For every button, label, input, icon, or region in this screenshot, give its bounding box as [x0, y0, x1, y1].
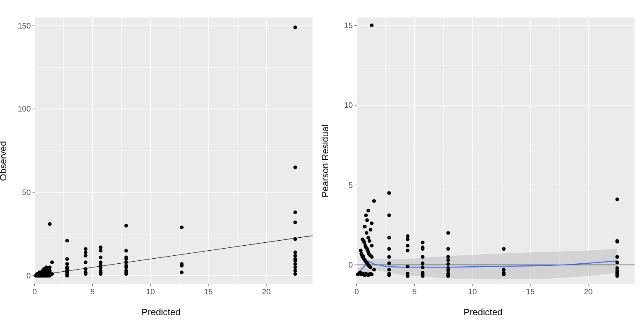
svg-point-95 [84, 270, 88, 274]
svg-point-132 [293, 237, 297, 241]
svg-rect-155 [357, 18, 635, 284]
svg-point-229 [370, 273, 374, 276]
svg-point-267 [447, 258, 450, 262]
svg-text:10: 10 [344, 101, 353, 109]
svg-point-118 [125, 249, 128, 253]
svg-point-103 [99, 269, 103, 273]
x-axis-title-left: Predicted [4, 307, 318, 318]
y-axis-title-left: Observed [0, 141, 9, 181]
svg-point-273 [502, 268, 506, 272]
svg-point-205 [365, 231, 369, 235]
svg-point-231 [370, 244, 374, 248]
chart-pair: Observed 05101520050100150 Predicted Pea… [0, 0, 644, 322]
svg-text:15: 15 [204, 287, 213, 296]
svg-point-109 [99, 246, 103, 249]
svg-point-234 [372, 268, 376, 272]
svg-point-133 [293, 221, 297, 224]
scatter-residual: 05101520051015 [326, 8, 640, 305]
svg-point-119 [125, 224, 128, 228]
svg-point-265 [447, 266, 450, 270]
svg-point-122 [180, 262, 184, 266]
svg-point-112 [125, 269, 128, 273]
svg-point-82 [48, 222, 52, 226]
svg-point-237 [387, 272, 391, 275]
svg-point-108 [99, 249, 103, 253]
svg-point-250 [406, 234, 410, 238]
svg-point-192 [362, 241, 366, 244]
svg-point-266 [447, 262, 450, 266]
svg-point-240 [387, 255, 391, 259]
svg-point-246 [406, 272, 410, 275]
svg-point-283 [615, 261, 619, 265]
svg-point-93 [65, 239, 69, 243]
svg-point-233 [370, 23, 374, 27]
svg-text:15: 15 [344, 21, 353, 30]
svg-point-114 [125, 264, 128, 267]
svg-point-130 [293, 254, 297, 257]
svg-point-209 [365, 218, 369, 222]
svg-point-96 [84, 267, 88, 271]
panel-residual-vs-predicted: Pearson Residual 05101520051015 Predicte… [322, 0, 644, 322]
svg-text:20: 20 [262, 287, 271, 296]
svg-point-272 [502, 271, 506, 275]
svg-point-238 [387, 268, 391, 272]
svg-point-235 [372, 199, 376, 203]
svg-point-286 [615, 239, 619, 243]
svg-point-228 [369, 228, 372, 232]
svg-point-232 [370, 221, 374, 225]
svg-point-274 [502, 247, 506, 251]
svg-point-125 [293, 269, 297, 273]
svg-text:15: 15 [526, 287, 535, 296]
svg-point-107 [99, 255, 103, 259]
svg-text:50: 50 [22, 188, 31, 197]
svg-point-216 [366, 236, 370, 240]
svg-point-248 [406, 249, 410, 252]
svg-text:10: 10 [146, 287, 155, 296]
svg-point-287 [615, 197, 619, 201]
panel-observed-vs-predicted: Observed 05101520050100150 Predicted [0, 0, 322, 322]
svg-point-259 [421, 241, 425, 244]
svg-point-202 [364, 213, 368, 217]
svg-point-227 [369, 265, 372, 269]
svg-point-100 [84, 247, 88, 251]
svg-point-217 [366, 209, 370, 213]
svg-point-80 [48, 269, 52, 273]
svg-point-244 [387, 191, 391, 195]
svg-point-269 [447, 247, 450, 251]
svg-point-127 [293, 262, 297, 266]
svg-point-251 [406, 244, 410, 248]
svg-point-230 [370, 255, 374, 259]
svg-point-284 [615, 255, 619, 259]
scatter-observed: 05101520050100150 [4, 8, 318, 305]
svg-text:0: 0 [355, 287, 359, 296]
svg-text:20: 20 [584, 287, 593, 296]
svg-point-98 [84, 254, 88, 257]
svg-point-120 [180, 270, 184, 274]
svg-point-123 [180, 226, 184, 229]
svg-point-268 [447, 255, 450, 259]
svg-point-129 [293, 257, 297, 261]
svg-point-239 [387, 261, 391, 265]
svg-point-126 [293, 265, 297, 269]
svg-point-84 [50, 260, 54, 264]
svg-point-92 [65, 257, 69, 261]
svg-point-83 [50, 272, 54, 276]
svg-point-117 [125, 255, 128, 259]
svg-point-263 [447, 272, 450, 275]
svg-point-195 [363, 225, 367, 229]
svg-point-105 [99, 264, 103, 267]
svg-point-254 [421, 271, 425, 275]
svg-point-257 [421, 255, 425, 259]
svg-text:5: 5 [348, 181, 353, 190]
svg-text:10: 10 [468, 287, 477, 296]
y-axis-title-right: Pearson Residual [320, 125, 331, 197]
svg-point-131 [293, 250, 297, 254]
svg-point-260 [421, 245, 425, 249]
svg-point-241 [387, 247, 391, 251]
svg-point-249 [406, 237, 410, 241]
svg-point-81 [48, 265, 52, 269]
svg-text:5: 5 [91, 287, 95, 296]
svg-point-270 [447, 231, 450, 235]
svg-text:0: 0 [33, 287, 37, 296]
svg-point-135 [293, 166, 297, 169]
